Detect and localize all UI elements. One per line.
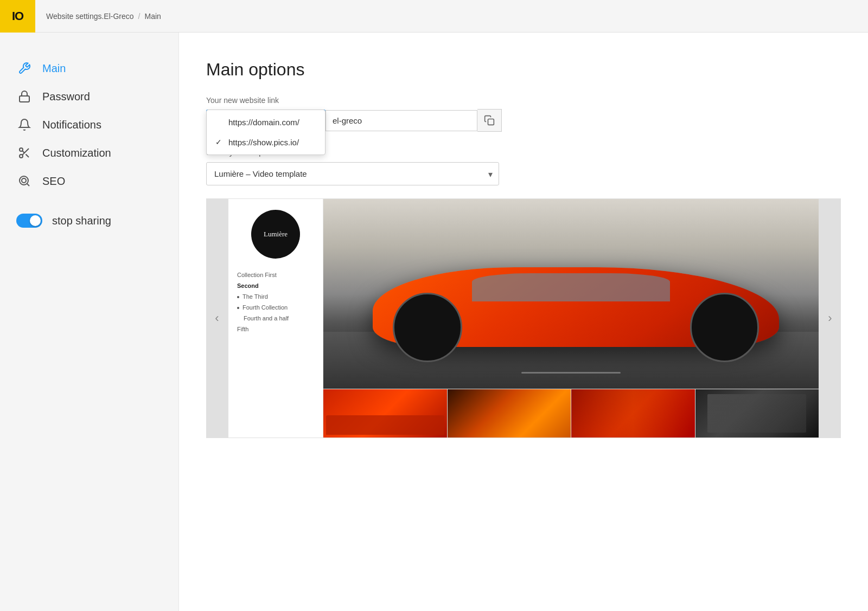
thumb-2[interactable] [448,389,571,438]
breadcrumb-part2: Main [144,12,161,21]
sidebar-item-password[interactable]: Password [16,82,178,111]
lock-icon [16,90,33,103]
nav-item-6: Fifth [237,324,314,335]
ferrari-windshield [472,273,670,302]
copy-button[interactable] [477,109,502,132]
url-option-showpics-text: https://show.pics.io/ [228,138,299,147]
sidebar-item-notifications[interactable]: Notifications [16,111,178,139]
thumb-1[interactable] [323,389,447,438]
nav-item-5: Fourth and a half [237,313,314,324]
url-option-domain[interactable]: https://domain.com/ [207,112,325,132]
sidebar-label-seo: SEO [42,175,65,188]
prev-arrow-button[interactable]: ‹ [206,198,228,438]
ferrari-wheel-left [393,293,462,362]
logo[interactable]: IO [0,0,35,33]
stop-sharing-toggle[interactable]: stop sharing [16,206,178,235]
svg-point-7 [22,178,26,183]
svg-line-5 [22,151,24,153]
page-title: Main options [206,60,841,80]
svg-line-8 [27,184,29,186]
breadcrumb-part1: Website settings.El-Greco [46,12,134,21]
preview-sidebar: Lumière Collection First Second The Thir… [228,199,323,438]
preview-main [323,199,819,438]
sidebar-label-customization: Customization [42,147,111,159]
road-marking [521,372,621,374]
next-arrow-button[interactable]: › [819,198,841,438]
ferrari-wheel-right [690,293,760,362]
logo-text: IO [12,9,23,23]
svg-point-2 [20,155,23,158]
url-section-label: Your new website link [206,96,841,105]
svg-point-6 [20,176,28,185]
sidebar-label-notifications: Notifications [42,119,101,131]
topbar: IO Website settings.El-Greco / Main [0,0,868,33]
copy-icon [484,115,495,126]
next-arrow-icon: › [828,311,832,325]
template-select[interactable]: Lumière – Video template Minimal templat… [206,162,499,185]
thumb-3[interactable] [571,389,695,438]
url-option-showpics[interactable]: ✓ https://show.pics.io/ [207,132,325,152]
url-option-domain-text: https://domain.com/ [228,118,299,127]
nav-dot-4 [237,307,239,309]
nav-item-2: Second [237,280,314,291]
scissors-icon [16,146,33,159]
toggle-knob [30,215,41,226]
preview-hero-image [323,199,819,389]
preview-body: Lumière Collection First Second The Thir… [228,198,819,438]
preview-thumbnails [323,389,819,438]
sidebar-label-main: Main [42,62,66,75]
sidebar-item-seo[interactable]: SEO [16,167,178,195]
svg-rect-0 [20,96,29,102]
lumiere-logo-text: Lumière [264,230,288,239]
url-select-wrapper: https://show.pics.io/ https://domain.com… [206,110,326,132]
breadcrumb-separator: / [138,12,141,21]
lumiere-logo: Lumière [251,210,300,259]
sidebar: Main Password Notifications [0,33,179,611]
nav-item-4: Fourth Collection [237,302,314,313]
sidebar-item-customization[interactable]: Customization [16,139,178,167]
breadcrumb: Website settings.El-Greco / Main [35,12,161,21]
wrench-icon [16,62,33,75]
preview-wrapper: ‹ Lumière Collection First Second The Th… [206,198,841,438]
nav-item-3: The Third [237,291,314,302]
sidebar-item-main[interactable]: Main [16,54,178,82]
toggle-switch[interactable] [16,214,42,228]
checkmark-selected: ✓ [215,138,224,146]
url-dropdown-menu: https://domain.com/ ✓ https://show.pics.… [206,110,326,155]
template-select-wrapper: Lumière – Video template Minimal templat… [206,162,499,185]
thumb-4[interactable] [695,389,819,438]
svg-line-4 [25,154,29,157]
svg-point-1 [20,148,23,151]
url-row: https://show.pics.io/ https://domain.com… [206,109,841,132]
nav-dot-3 [237,296,239,298]
stop-sharing-label: stop sharing [52,215,111,227]
layout: Main Password Notifications [0,33,868,611]
main-content: Main options Your new website link https… [179,33,868,611]
svg-rect-9 [488,119,494,125]
sidebar-label-password: Password [42,91,90,103]
checkmark-empty [215,118,224,126]
bell-icon [16,118,33,131]
slug-input[interactable] [326,110,477,131]
seo-icon [16,175,33,188]
nav-item-1: Collection First [237,269,314,280]
prev-arrow-icon: ‹ [215,311,219,325]
